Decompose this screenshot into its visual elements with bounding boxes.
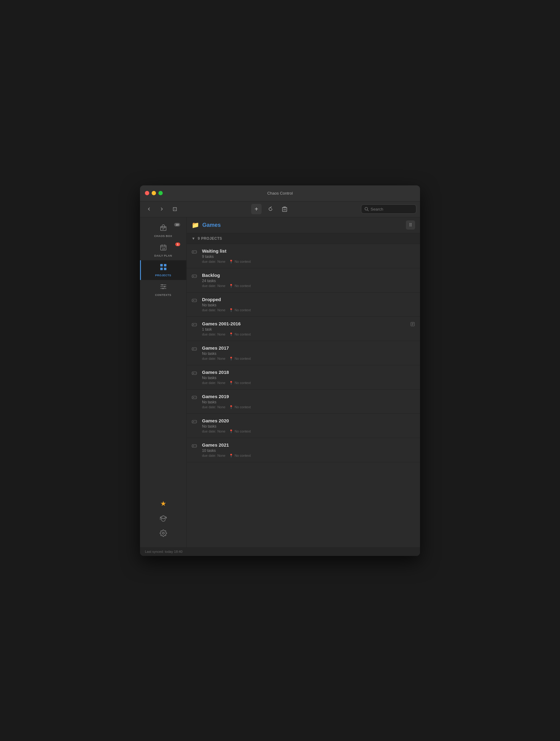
project-icon: [192, 346, 197, 353]
favorites-button[interactable]: ★: [157, 497, 170, 511]
project-icon: [192, 249, 197, 256]
project-name: Games 2018: [202, 369, 415, 375]
due-date-label: due date:: [202, 260, 216, 263]
project-name: Games 2017: [202, 345, 415, 350]
due-date-label: due date:: [202, 405, 216, 409]
due-date-value: None: [217, 357, 225, 360]
svg-rect-15: [192, 299, 197, 302]
due-date-label: due date:: [202, 332, 216, 336]
due-date-label: due date:: [202, 284, 216, 288]
context-value: No context: [235, 260, 251, 263]
project-meta: due date: None 📍 No context: [202, 381, 415, 385]
settings-button[interactable]: [157, 526, 170, 540]
project-icon: [192, 273, 197, 280]
svg-rect-5: [160, 264, 163, 266]
due-date-value: None: [217, 429, 225, 433]
sidebar-item-contexts[interactable]: CONTEXTS: [140, 280, 186, 299]
project-item[interactable]: Games 202110 tasksdue date: None 📍 No co…: [187, 438, 420, 462]
svg-point-12: [163, 532, 164, 534]
maximize-button[interactable]: [159, 191, 163, 195]
education-button[interactable]: [157, 512, 170, 525]
status-bar: Last synced: today 18:40: [140, 547, 420, 556]
project-icon: [192, 443, 197, 450]
project-item[interactable]: Waiting list9 tasksdue date: None 📍 No c…: [187, 244, 420, 268]
project-icon: [192, 370, 197, 377]
sidebar-item-daily-plan[interactable]: 1 15 DAILY PLAN: [140, 241, 186, 260]
due-date-value: None: [217, 332, 225, 336]
due-date-value: None: [217, 260, 225, 263]
project-name: Games 2019: [202, 394, 415, 399]
svg-rect-14: [192, 275, 197, 277]
project-meta: due date: None 📍 No context: [202, 429, 415, 433]
project-item[interactable]: Games 2019No tasksdue date: None 📍 No co…: [187, 390, 420, 414]
svg-text:15: 15: [162, 248, 165, 250]
project-meta: due date: None 📍 No context: [202, 260, 415, 264]
project-meta: due date: None 📍 No context: [202, 332, 415, 336]
svg-rect-16: [192, 323, 197, 326]
project-note-icon: [410, 322, 415, 328]
context-value: No context: [235, 429, 251, 433]
project-item[interactable]: Games 2020No tasksdue date: None 📍 No co…: [187, 414, 420, 438]
context-value: No context: [235, 357, 251, 360]
svg-rect-22: [192, 445, 197, 447]
context-value: No context: [235, 381, 251, 385]
add-button[interactable]: +: [251, 204, 262, 214]
project-tasks: 10 tasks: [202, 449, 415, 453]
projects-header: ▼ 9 PROJECTS: [187, 233, 420, 244]
project-item[interactable]: Games 2001-20161 taskdue date: None 📍 No…: [187, 317, 420, 341]
svg-rect-0: [283, 207, 287, 211]
context-pin-icon: 📍: [229, 284, 233, 288]
forward-button[interactable]: [157, 204, 167, 214]
toolbar: ⊡ + Search: [140, 201, 420, 217]
more-options-button[interactable]: ⠿: [406, 220, 415, 229]
daily-plan-icon: 15: [160, 244, 167, 253]
project-item[interactable]: Games 2017No tasksdue date: None 📍 No co…: [187, 341, 420, 365]
daily-plan-badge: 1: [175, 243, 180, 246]
due-date-label: due date:: [202, 357, 216, 360]
collapse-toggle[interactable]: ▼: [192, 237, 195, 241]
due-date-value: None: [217, 454, 225, 457]
contexts-icon: [160, 283, 167, 292]
context-pin-icon: 📍: [229, 308, 233, 312]
svg-rect-18: [192, 347, 197, 350]
context-value: No context: [235, 405, 251, 409]
project-item[interactable]: Games 2018No tasksdue date: None 📍 No co…: [187, 365, 420, 390]
sidebar-toggle-button[interactable]: ⊡: [170, 204, 180, 214]
sidebar-item-projects[interactable]: PROJECTS: [140, 260, 186, 280]
project-item[interactable]: Backlog24 tasksdue date: None 📍 No conte…: [187, 268, 420, 292]
refresh-button[interactable]: [265, 204, 276, 214]
due-date-label: due date:: [202, 308, 216, 312]
sync-status: Last synced: today 18:40: [145, 550, 182, 553]
minimize-button[interactable]: [152, 191, 156, 195]
project-icon: [192, 322, 197, 328]
project-icon: [192, 394, 197, 401]
projects-icon: [160, 263, 167, 273]
project-meta: due date: None 📍 No context: [202, 454, 415, 458]
project-tasks: No tasks: [202, 303, 415, 307]
project-item[interactable]: DroppedNo tasksdue date: None 📍 No conte…: [187, 292, 420, 317]
project-meta: due date: None 📍 No context: [202, 284, 415, 288]
project-icon: [192, 419, 197, 425]
main-area: 10 CHAOS BOX 1 15 DAILY PLAN PROJECTS: [140, 217, 420, 547]
delete-button[interactable]: [279, 204, 290, 214]
sidebar-bottom: ★: [157, 497, 170, 544]
close-button[interactable]: [145, 191, 149, 195]
sidebar-item-chaos-box[interactable]: 10 CHAOS BOX: [140, 221, 186, 241]
content-header: 📁 Games ⠿: [187, 217, 420, 233]
search-box[interactable]: Search: [361, 204, 416, 214]
content-title: Games: [202, 222, 403, 228]
context-value: No context: [235, 308, 251, 312]
context-pin-icon: 📍: [229, 405, 233, 409]
project-name: Backlog: [202, 273, 415, 278]
back-button[interactable]: [144, 204, 154, 214]
svg-point-10: [164, 286, 165, 287]
context-value: No context: [235, 284, 251, 288]
svg-point-11: [163, 288, 164, 289]
projects-label: PROJECTS: [155, 274, 171, 277]
context-pin-icon: 📍: [229, 260, 233, 264]
project-name: Games 2001-2016: [202, 321, 415, 326]
window-title: Chaos Control: [267, 191, 293, 196]
svg-rect-20: [192, 396, 197, 399]
context-value: No context: [235, 454, 251, 457]
project-tasks: 24 tasks: [202, 279, 415, 283]
